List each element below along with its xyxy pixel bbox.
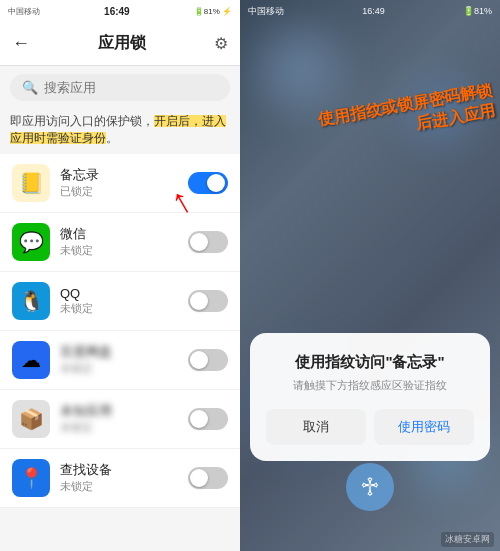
toggle-switch-3[interactable] xyxy=(188,349,228,371)
info-text-after: 。 xyxy=(106,132,118,144)
app-status-3: 未锁定 xyxy=(60,361,178,376)
carrier-right: 中国移动 xyxy=(248,5,284,18)
unknown-icon: 📦 xyxy=(19,407,44,431)
time-left: 16:49 xyxy=(104,6,130,17)
search-input[interactable] xyxy=(44,80,218,95)
toggle-knob-1 xyxy=(190,233,208,251)
carrier-left: 中国移动 xyxy=(8,6,40,17)
status-bar-right: 中国移动 16:49 🔋81% xyxy=(240,0,500,22)
app-icon-0: 📒 xyxy=(12,164,50,202)
find-icon: 📍 xyxy=(19,466,44,490)
gear-icon[interactable]: ⚙ xyxy=(214,34,228,53)
search-icon: 🔍 xyxy=(22,80,38,95)
app-status-4b: 未锁定 xyxy=(60,420,178,435)
status-icons-right: 🔋81% xyxy=(463,6,492,16)
search-bar: 🔍 xyxy=(10,74,230,101)
right-panel: 中国移动 16:49 🔋81% 使用指纹或锁屏密码解锁 后进入应用 使用指纹访问… xyxy=(240,0,500,551)
notes-icon: 📒 xyxy=(19,171,44,195)
bokeh-1 xyxy=(260,30,340,110)
app-info-4: 查找设备 未锁定 xyxy=(60,461,178,494)
app-name-4b: 未知应用 xyxy=(60,402,178,420)
left-panel: 中国移动 16:49 🔋81% ⚡ ← 应用锁 ⚙ 🔍 即应用访问入口的保护锁，… xyxy=(0,0,240,551)
watermark: 冰糖安卓网 xyxy=(441,532,494,547)
app-status-2: 未锁定 xyxy=(60,301,178,316)
fingerprint-glyph: ♱ xyxy=(360,472,380,503)
app-name-3: 百度网盘 xyxy=(60,343,178,361)
qq-icon: 🐧 xyxy=(19,289,44,313)
app-icon-3: ☁ xyxy=(12,341,50,379)
cancel-button[interactable]: 取消 xyxy=(266,409,366,445)
app-name-0: 备忘录 xyxy=(60,166,178,184)
app-icon-2: 🐧 xyxy=(12,282,50,320)
app-status-4: 未锁定 xyxy=(60,479,178,494)
app-info-4b: 未知应用 未锁定 xyxy=(60,402,178,435)
fingerprint-dialog: 使用指纹访问"备忘录" 请触摸下方指纹感应区验证指纹 取消 使用密码 xyxy=(250,333,490,461)
toggle-switch-2[interactable] xyxy=(188,290,228,312)
app-icon-1: 💬 xyxy=(12,223,50,261)
app-icon-4: 📍 xyxy=(12,459,50,497)
app-info-0: 备忘录 已锁定 xyxy=(60,166,178,199)
toggle-switch-4b[interactable] xyxy=(188,408,228,430)
fingerprint-icon-wrap: ♱ xyxy=(346,463,394,511)
wechat-icon: 💬 xyxy=(19,230,44,254)
app-list: 📒 备忘录 已锁定 💬 微信 未锁定 xyxy=(0,154,240,552)
fingerprint-icon: ♱ xyxy=(346,463,394,511)
app-item-4b: 📦 未知应用 未锁定 xyxy=(0,390,240,449)
dialog-buttons: 取消 使用密码 xyxy=(266,409,474,445)
toggle-knob-4b xyxy=(190,410,208,428)
status-bar-left: 中国移动 16:49 🔋81% ⚡ xyxy=(0,0,240,22)
page-title: 应用锁 xyxy=(98,33,146,54)
dialog-title: 使用指纹访问"备忘录" xyxy=(266,353,474,372)
time-right: 16:49 xyxy=(362,6,385,16)
toggle-switch-1[interactable] xyxy=(188,231,228,253)
app-item-4: 📍 查找设备 未锁定 xyxy=(0,449,240,508)
app-item-3: ☁ 百度网盘 未锁定 xyxy=(0,331,240,390)
back-button[interactable]: ← xyxy=(12,33,30,54)
toggle-switch-0[interactable] xyxy=(188,172,228,194)
status-icons-left: 🔋81% ⚡ xyxy=(194,7,232,16)
app-info-1: 微信 未锁定 xyxy=(60,225,178,258)
app-icon-4b: 📦 xyxy=(12,400,50,438)
app-item-0: 📒 备忘录 已锁定 xyxy=(0,154,240,213)
header-bar: ← 应用锁 ⚙ xyxy=(0,22,240,66)
use-password-button[interactable]: 使用密码 xyxy=(374,409,474,445)
toggle-knob-4 xyxy=(190,469,208,487)
app-name-2: QQ xyxy=(60,286,178,301)
app-name-4: 查找设备 xyxy=(60,461,178,479)
app-item-1: 💬 微信 未锁定 xyxy=(0,213,240,272)
toggle-switch-4[interactable] xyxy=(188,467,228,489)
app-status-1: 未锁定 xyxy=(60,243,178,258)
baidu-icon: ☁ xyxy=(21,348,41,372)
toggle-knob-3 xyxy=(190,351,208,369)
info-text-before: 即应用访问入口的保护锁， xyxy=(10,115,154,127)
info-banner: 即应用访问入口的保护锁，开启后，进入应用时需验证身份。 xyxy=(10,113,230,148)
app-status-0: 已锁定 xyxy=(60,184,178,199)
app-info-2: QQ 未锁定 xyxy=(60,286,178,316)
app-name-1: 微信 xyxy=(60,225,178,243)
toggle-knob-0 xyxy=(207,174,225,192)
dialog-subtitle: 请触摸下方指纹感应区验证指纹 xyxy=(266,378,474,393)
app-item-2: 🐧 QQ 未锁定 xyxy=(0,272,240,331)
app-info-3: 百度网盘 未锁定 xyxy=(60,343,178,376)
toggle-knob-2 xyxy=(190,292,208,310)
